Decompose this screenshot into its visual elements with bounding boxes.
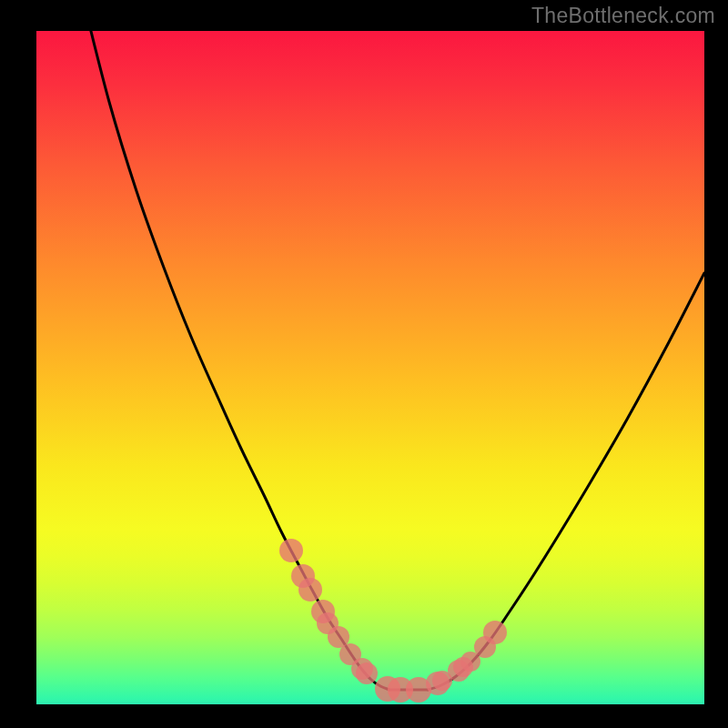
- watermark-text: TheBottleneck.com: [531, 4, 715, 28]
- data-dots: [279, 539, 507, 703]
- chart-frame: TheBottleneck.com: [0, 0, 728, 728]
- data-dot: [298, 578, 322, 602]
- left-branch-curve: [82, 31, 389, 690]
- plot-area: [36, 31, 704, 704]
- data-dot: [279, 539, 303, 562]
- right-branch-curve: [428, 273, 704, 690]
- data-dot: [356, 662, 378, 684]
- data-dot: [483, 621, 507, 644]
- curve-layer: [36, 31, 704, 704]
